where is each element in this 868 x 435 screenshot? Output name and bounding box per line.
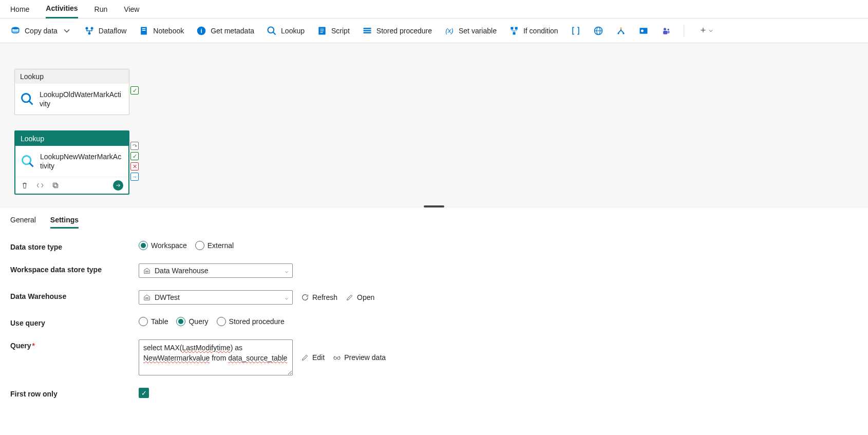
radio-circle-icon [139,317,148,326]
tab-run[interactable]: Run [95,0,108,18]
panel-resize-handle[interactable] [424,205,444,207]
ws-data-store-type-select[interactable]: Data Warehouse ⌵ [139,263,293,278]
edit-label: Edit [312,353,325,362]
svg-point-0 [12,27,18,29]
activity-lookup-new-watermark[interactable]: Lookup LookupNewWaterMarkActivity [14,130,129,195]
svg-text:(x): (x) [445,27,454,34]
svg-rect-14 [363,30,371,31]
svg-point-34 [23,156,31,164]
data-warehouse-select[interactable]: DWTest ⌵ [139,290,293,305]
lookup-button[interactable]: Lookup [267,26,305,36]
svg-rect-17 [511,27,513,29]
radio-circle-icon [176,317,185,326]
connector-success[interactable]: ✓ [130,86,139,94]
radio-circle-icon [139,241,148,250]
activity-name: LookupNewWaterMarkActivity [40,152,123,171]
chevron-down-icon: ⌵ [285,268,288,274]
refresh-label: Refresh [312,293,337,301]
first-row-only-checkbox[interactable]: ✓ [139,388,149,398]
svg-point-3 [90,27,93,29]
search-icon [21,154,35,168]
data-store-type-label: Data store type [10,241,139,251]
svg-rect-36 [54,184,58,188]
open-button[interactable]: Open [346,293,374,301]
copy-data-button[interactable]: Copy data [10,26,72,36]
set-variable-button[interactable]: (x) Set variable [444,26,497,36]
notebook-button[interactable]: Notebook [139,26,184,36]
svg-rect-6 [142,28,146,29]
radio-query-label: Query [188,317,208,326]
radio-circle-icon [217,317,226,326]
chevron-down-icon [708,28,714,34]
if-condition-button[interactable]: If condition [509,26,558,36]
brackets-button[interactable] [571,26,581,36]
run-button[interactable] [113,180,123,191]
pipeline-canvas[interactable]: Lookup LookupOldWaterMarkActivity ✓ Look… [0,43,868,207]
connector-failure[interactable]: ✕ [130,162,139,171]
connector-skip[interactable]: → [130,173,139,181]
connector-completion[interactable]: ↷ [130,142,139,150]
code-icon[interactable] [36,181,44,190]
connector-success[interactable]: ✓ [130,152,139,160]
svg-line-11 [273,32,276,34]
svg-point-28 [664,28,666,30]
script-button[interactable]: Script [317,26,350,36]
web-button[interactable] [593,26,603,36]
radio-external[interactable]: External [195,241,234,250]
tab-view[interactable]: View [124,0,139,18]
stored-proc-button[interactable]: Stored procedure [362,26,432,36]
query-textarea[interactable]: select MAX(LastModifytime) as NewWaterma… [139,339,293,375]
outlook-button[interactable] [638,26,649,36]
chevron-down-icon [62,26,72,36]
add-activity-button[interactable]: + [696,25,719,36]
list-icon [362,26,372,36]
globe-icon [593,26,603,36]
trash-icon[interactable] [21,181,29,190]
top-tabs: Home Activities Run View [0,0,868,18]
teams-icon [661,26,671,36]
property-tabs: General Settings [0,207,868,229]
branch-icon [84,26,95,36]
svg-rect-40 [145,298,146,299]
node2-connectors: ↷ ✓ ✕ → [130,142,139,181]
activity-footer [15,177,128,194]
script-icon [317,26,327,36]
webhook-button[interactable] [616,26,626,36]
radio-workspace[interactable]: Workspace [139,241,187,250]
tab-settings[interactable]: Settings [50,213,79,229]
preview-data-button[interactable]: Preview data [333,353,386,362]
copy-data-label: Copy data [25,27,58,35]
pencil-icon [346,293,354,301]
svg-point-10 [268,27,274,33]
database-icon [10,26,21,36]
warehouse-icon [143,267,150,274]
radio-workspace-label: Workspace [151,241,187,250]
teams-button[interactable] [661,26,671,36]
data-warehouse-value: DWTest [155,293,180,301]
svg-point-1 [12,30,18,33]
open-label: Open [357,293,374,301]
svg-point-27 [641,29,644,32]
dataflow-label: Dataflow [99,27,126,35]
dataflow-button[interactable]: Dataflow [84,26,126,36]
notebook-label: Notebook [153,27,184,35]
tab-general[interactable]: General [10,213,36,229]
edit-button[interactable]: Edit [301,353,325,362]
radio-query[interactable]: Query [176,317,208,326]
copy-icon[interactable] [51,181,60,190]
use-query-label: Use query [10,317,139,327]
refresh-button[interactable]: Refresh [301,293,337,301]
activity-lookup-old-watermark[interactable]: Lookup LookupOldWaterMarkActivity [14,69,129,115]
radio-stored-proc[interactable]: Stored procedure [217,317,285,326]
tab-activities[interactable]: Activities [46,0,78,18]
plus-icon: + [701,25,706,36]
radio-table[interactable]: Table [139,317,168,326]
svg-point-23 [620,27,621,29]
tab-home[interactable]: Home [10,0,29,18]
chevron-down-icon: ⌵ [285,295,288,300]
refresh-icon [301,293,309,301]
pencil-icon [301,353,309,362]
get-metadata-button[interactable]: i Get metadata [196,26,254,36]
query-label: Query* [10,339,139,350]
toolbar-separator [684,25,684,37]
